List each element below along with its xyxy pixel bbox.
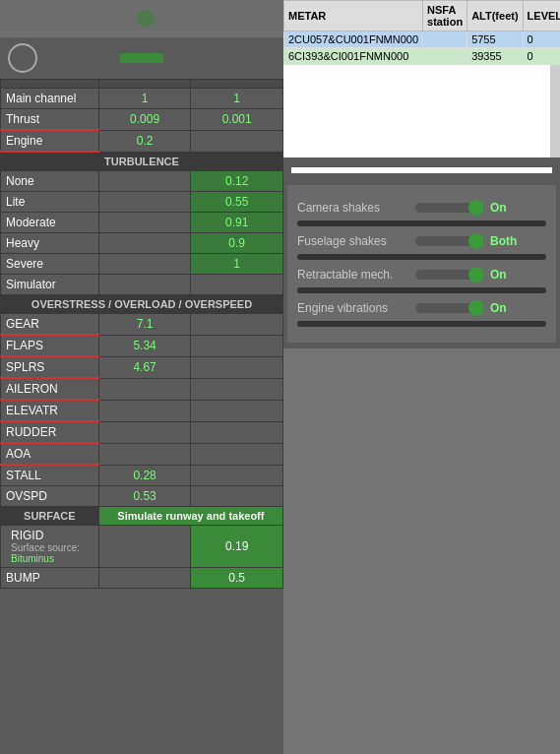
turb-camera (98, 171, 191, 192)
row-fuselage (191, 130, 283, 152)
ov-fuselage (191, 486, 283, 507)
turbulence-row: Heavy 0.9 (1, 233, 283, 254)
turb-fuselage: 0.55 (191, 192, 283, 213)
row-camera: 0.009 (98, 109, 191, 131)
metar-table-wrap: METARNSFA stationALT(feet)LEVEL 2CU057&C… (283, 0, 560, 157)
row-label: Thrust (1, 109, 99, 131)
turb-camera (98, 233, 191, 254)
choice-effects-button[interactable] (120, 53, 163, 63)
ov-camera: 0.53 (98, 486, 191, 507)
ov-fuselage (191, 443, 283, 465)
channel-slider[interactable] (297, 254, 546, 260)
ov-fuselage (191, 314, 283, 336)
ov-fuselage (191, 378, 283, 400)
channel-slider[interactable] (297, 220, 546, 226)
effects-table: Main channel 1 1 Thrust 0.009 0.001 Engi… (0, 79, 283, 589)
channel-label: Retractable mech. (297, 268, 415, 282)
ov-camera (98, 443, 191, 465)
overstress-row: AOA (1, 443, 283, 465)
help-badge[interactable] (137, 10, 155, 28)
toggle-track[interactable] (415, 270, 484, 280)
overstress-row: RUDDER (1, 421, 283, 443)
surface-label-text: RIGID (11, 529, 43, 542)
turb-fuselage: 0.9 (191, 233, 283, 254)
metar-alt: 39355 (467, 48, 523, 65)
surface-header: SURFACE Simulate runway and takeoff (1, 507, 283, 526)
metar-col-header: ALT(feet) (467, 1, 523, 31)
ov-fuselage (191, 356, 283, 378)
ov-fuselage (191, 421, 283, 443)
surface-cam (98, 568, 191, 589)
surface-cam (98, 526, 191, 568)
metar-nsfa (423, 48, 467, 65)
row-camera: 1 (98, 89, 191, 109)
turbulence-row: None 0.12 (1, 171, 283, 192)
avatar-icon (8, 43, 37, 73)
metar-row: 6CI393&CI001FNMN000 39355 0 (284, 48, 561, 65)
col-label-header (1, 80, 99, 89)
ov-label: AILERON (1, 378, 99, 400)
turb-camera (98, 213, 191, 233)
metar-alt: 5755 (467, 31, 523, 48)
channel-label: Engine vibrations (297, 301, 415, 315)
metar-table: METARNSFA stationALT(feet)LEVEL 2CU057&C… (283, 0, 560, 65)
table-row: Engine 0.2 (1, 130, 283, 152)
col-camera-header (98, 80, 191, 89)
ov-camera (98, 421, 191, 443)
turb-fuselage: 1 (191, 254, 283, 275)
overstress-header: OVERSTRESS / OVERLOAD / OVERSPEED (1, 295, 283, 314)
turbulence-row: Lite 0.55 (1, 192, 283, 213)
ov-camera: 7.1 (98, 314, 191, 336)
overstress-row: OVSPD 0.53 (1, 486, 283, 507)
toggle-track[interactable] (415, 236, 484, 246)
toggle-value: On (490, 201, 520, 215)
turb-camera (98, 275, 191, 295)
channel-control-row: Retractable mech. On (297, 268, 546, 282)
turb-fuselage (191, 275, 283, 295)
ov-label: AOA (1, 443, 99, 465)
ov-label: SPLRS (1, 356, 99, 378)
turb-camera (98, 192, 191, 213)
ov-camera: 5.34 (98, 335, 191, 356)
bg-image-area (283, 348, 560, 754)
channel-label: Fuselage shakes (297, 234, 415, 248)
overstress-row: SPLRS 4.67 (1, 356, 283, 378)
metar-col-header: NSFA station (423, 1, 467, 31)
metar-nsfa (423, 31, 467, 48)
metar-id: 2CU057&CU001FNMN000 (284, 31, 423, 48)
overstress-row: GEAR 7.1 (1, 314, 283, 336)
metar-level: 0 (523, 31, 560, 48)
col-fuselage-header (191, 80, 283, 89)
surface-label: BUMP (1, 568, 99, 589)
turb-fuselage: 0.12 (191, 171, 283, 192)
turbulence-row: Simulator (1, 275, 283, 295)
toggle-track[interactable] (415, 203, 484, 213)
turb-label: None (1, 171, 99, 192)
toggle-value: On (490, 268, 520, 282)
table-row: Thrust 0.009 0.001 (1, 109, 283, 131)
surface-row: BUMP 0.5 (1, 568, 283, 589)
ov-label: OVSPD (1, 486, 99, 507)
ov-fuselage (191, 335, 283, 356)
ov-fuselage (191, 465, 283, 486)
toggle-track[interactable] (415, 303, 484, 313)
channel-slider[interactable] (297, 321, 546, 327)
toggle-knob (468, 200, 484, 216)
channel-control-row: Camera shakes On (297, 201, 546, 215)
surface-label: RIGID Surface source: Bituminus (1, 526, 99, 568)
turbulence-row: Moderate 0.91 (1, 213, 283, 233)
toolbar-row (0, 37, 283, 79)
ov-fuselage (191, 400, 283, 421)
surface-source-label: Surface source: (11, 542, 80, 553)
toggle-value: On (490, 301, 520, 315)
ov-camera: 4.67 (98, 356, 191, 378)
channel-label: Camera shakes (297, 201, 415, 215)
metar-scrollbar[interactable] (550, 65, 560, 157)
turb-label: Moderate (1, 213, 99, 233)
metar-row: 2CU057&CU001FNMN000 5755 0 (284, 31, 561, 48)
ov-label: ELEVATR (1, 400, 99, 421)
channel-slider[interactable] (297, 287, 546, 293)
row-label: Main channel (1, 89, 99, 109)
ov-label: GEAR (1, 314, 99, 336)
left-panel: Main channel 1 1 Thrust 0.009 0.001 Engi… (0, 0, 283, 754)
